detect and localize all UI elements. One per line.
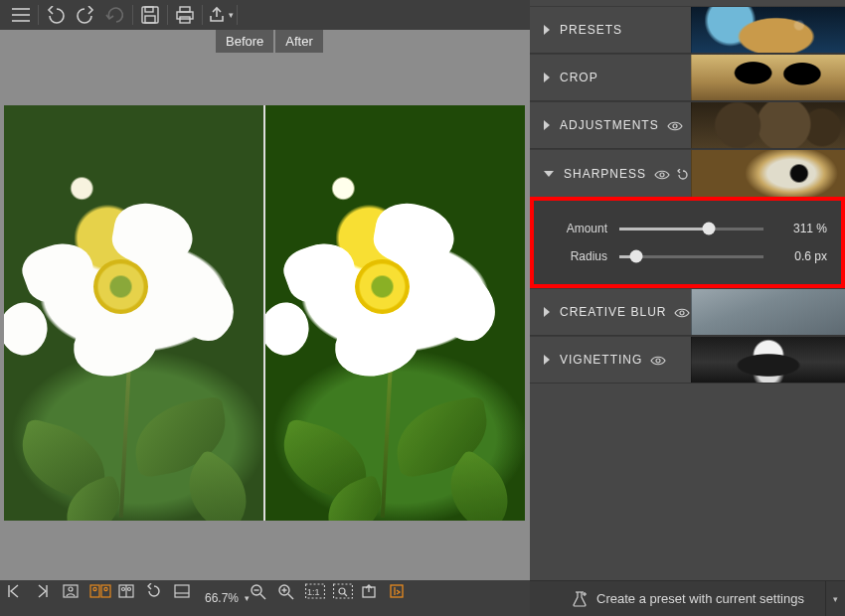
visibility-icon[interactable] [667, 118, 683, 133]
svg-rect-8 [180, 17, 190, 23]
svg-point-40 [339, 588, 345, 594]
svg-point-22 [93, 587, 96, 590]
visibility-icon[interactable] [654, 166, 670, 181]
section-title: SHARPNESS [564, 167, 646, 181]
section-title: VIGNETTING [560, 353, 642, 367]
section-crop[interactable]: CROP [530, 54, 845, 101]
fit-window-icon[interactable] [333, 583, 361, 613]
save-icon[interactable] [135, 1, 165, 29]
section-presets[interactable]: PRESETS [530, 6, 845, 54]
section-adjustments[interactable]: ADJUSTMENTS [530, 101, 845, 149]
before-image [4, 105, 263, 521]
radius-value: 0.6 px [775, 249, 827, 263]
next-image-icon[interactable] [34, 583, 62, 613]
create-preset-label: Create a preset with current settings [596, 591, 804, 606]
split-view-icon[interactable] [117, 583, 145, 613]
zoom-level-label[interactable]: 66.7% [201, 591, 243, 605]
slider-thumb[interactable] [630, 250, 643, 263]
revert-icon[interactable] [100, 1, 130, 29]
side-by-side-view-icon[interactable] [89, 583, 117, 613]
section-thumbnail [691, 102, 845, 148]
svg-point-45 [660, 173, 664, 177]
amount-slider[interactable] [619, 228, 763, 231]
section-title: ADJUSTMENTS [560, 118, 659, 132]
separator [132, 5, 133, 25]
svg-rect-5 [145, 16, 155, 23]
section-vignetting[interactable]: VIGNETTING [530, 336, 845, 384]
svg-rect-4 [145, 7, 153, 12]
svg-point-46 [680, 311, 684, 315]
section-creative-blur[interactable]: CREATIVE BLUR [530, 288, 845, 336]
amount-label: Amount [548, 222, 607, 235]
svg-rect-6 [180, 7, 190, 12]
sharpness-controls: Amount 311 % Radius 0.6 px [530, 197, 845, 288]
first-image-icon[interactable] [6, 583, 34, 613]
share-icon[interactable]: ▾ [205, 1, 235, 29]
after-image [265, 105, 525, 521]
expand-icon [544, 73, 550, 82]
radius-slider-row: Radius 0.6 px [548, 242, 827, 270]
svg-point-23 [104, 587, 107, 590]
actual-size-icon[interactable]: 1:1 [305, 583, 333, 613]
image-viewport[interactable] [0, 30, 530, 580]
expand-icon [544, 355, 550, 365]
create-preset-button[interactable]: Create a preset with current settings ▾ [530, 580, 845, 616]
separator [38, 5, 39, 25]
svg-point-27 [128, 588, 131, 591]
amount-value: 311 % [775, 222, 827, 235]
zoom-in-icon[interactable] [277, 583, 305, 613]
section-thumbnail [691, 289, 845, 335]
preset-dropdown-icon[interactable]: ▾ [825, 581, 845, 616]
compare-tabs: Before After [216, 30, 323, 53]
svg-text:1:1: 1:1 [307, 587, 320, 597]
separator [167, 5, 168, 25]
after-tab[interactable]: After [275, 30, 322, 53]
rotate-icon[interactable] [145, 583, 173, 613]
svg-rect-43 [391, 585, 403, 597]
svg-line-41 [345, 594, 348, 597]
bottom-toolbar: 66.7% ▾ 1:1 [0, 580, 530, 616]
apply-icon[interactable] [389, 583, 417, 613]
section-thumbnail [691, 337, 845, 383]
single-view-icon[interactable] [62, 583, 89, 613]
before-tab[interactable]: Before [216, 30, 273, 53]
section-title: CREATIVE BLUR [560, 305, 666, 319]
svg-line-31 [260, 594, 265, 599]
separator [202, 5, 203, 25]
section-thumbnail [691, 150, 845, 197]
section-thumbnail [691, 55, 845, 100]
section-thumbnail [691, 7, 845, 53]
svg-point-19 [69, 587, 73, 591]
expand-icon [544, 307, 550, 317]
separator [237, 5, 238, 25]
visibility-icon[interactable] [650, 353, 666, 368]
right-panel: PRESETS CROP ADJUSTMENTS SHARPNESS Amoun… [530, 0, 845, 616]
redo-icon[interactable] [71, 1, 100, 29]
slider-thumb[interactable] [702, 223, 715, 235]
radius-label: Radius [548, 249, 607, 263]
before-after-pair [4, 105, 525, 521]
section-sharpness[interactable]: SHARPNESS [530, 149, 845, 197]
expand-icon [544, 25, 550, 35]
chevron-down-icon: ▾ [227, 10, 234, 20]
amount-slider-row: Amount 311 % [548, 215, 827, 242]
svg-rect-28 [175, 585, 189, 597]
svg-rect-39 [334, 584, 353, 598]
undo-icon[interactable] [41, 1, 71, 29]
zoom-out-icon[interactable] [250, 583, 277, 613]
svg-point-26 [122, 588, 125, 591]
print-icon[interactable] [170, 1, 200, 29]
expand-icon [544, 120, 550, 130]
section-title: PRESETS [560, 23, 622, 37]
fit-icon[interactable] [173, 583, 201, 613]
visibility-icon[interactable] [674, 305, 690, 320]
collapse-icon [544, 171, 554, 177]
hamburger-menu-icon[interactable] [6, 1, 36, 29]
section-title: CROP [560, 71, 598, 84]
reset-icon[interactable] [676, 166, 690, 181]
svg-point-44 [673, 124, 677, 128]
export-icon[interactable] [361, 583, 389, 613]
radius-slider[interactable] [619, 255, 763, 258]
chevron-down-icon[interactable]: ▾ [243, 593, 250, 603]
svg-point-47 [656, 359, 660, 363]
